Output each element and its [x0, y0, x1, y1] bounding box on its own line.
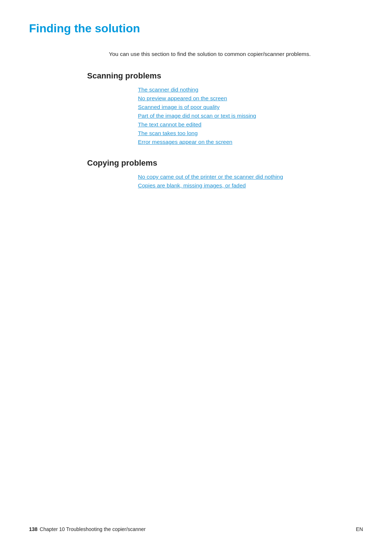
link-scan-takes-too-long[interactable]: The scan takes too long — [138, 130, 198, 136]
copying-problems-heading: Copying problems — [87, 158, 363, 168]
list-item: The text cannot be edited — [138, 121, 363, 128]
scanning-links-list: The scanner did nothing No preview appea… — [138, 86, 363, 145]
copying-links-list: No copy came out of the printer or the s… — [138, 174, 363, 189]
footer-left: 138 Chapter 10 Troubleshooting the copie… — [29, 526, 146, 532]
footer-chapter-text: Chapter 10 Troubleshooting the copier/sc… — [40, 526, 146, 532]
page-title: Finding the solution — [29, 22, 363, 35]
list-item: Copies are blank, missing images, or fad… — [138, 182, 363, 189]
scanning-problems-heading: Scanning problems — [87, 71, 363, 81]
list-item: Part of the image did not scan or text i… — [138, 113, 363, 119]
link-image-did-not-scan[interactable]: Part of the image did not scan or text i… — [138, 113, 256, 119]
footer-locale: EN — [356, 526, 363, 532]
copying-section: Copying problems No copy came out of the… — [29, 158, 363, 189]
link-no-preview[interactable]: No preview appeared on the screen — [138, 95, 227, 101]
list-item: No preview appeared on the screen — [138, 95, 363, 102]
intro-text: You can use this section to find the sol… — [109, 50, 363, 58]
list-item: No copy came out of the printer or the s… — [138, 174, 363, 180]
list-item: Error messages appear on the screen — [138, 139, 363, 145]
link-error-messages[interactable]: Error messages appear on the screen — [138, 139, 232, 145]
list-item: The scan takes too long — [138, 130, 363, 137]
footer: 138 Chapter 10 Troubleshooting the copie… — [0, 526, 392, 532]
footer-page-number: 138 — [29, 526, 37, 532]
link-text-cannot-be-edited[interactable]: The text cannot be edited — [138, 121, 201, 127]
page-content: Finding the solution You can use this se… — [0, 0, 392, 231]
link-scanner-did-nothing[interactable]: The scanner did nothing — [138, 86, 198, 93]
link-copies-blank[interactable]: Copies are blank, missing images, or fad… — [138, 182, 246, 189]
list-item: Scanned image is of poor quality — [138, 104, 363, 110]
link-no-copy-came-out[interactable]: No copy came out of the printer or the s… — [138, 174, 283, 180]
link-poor-quality[interactable]: Scanned image is of poor quality — [138, 104, 220, 110]
list-item: The scanner did nothing — [138, 86, 363, 93]
